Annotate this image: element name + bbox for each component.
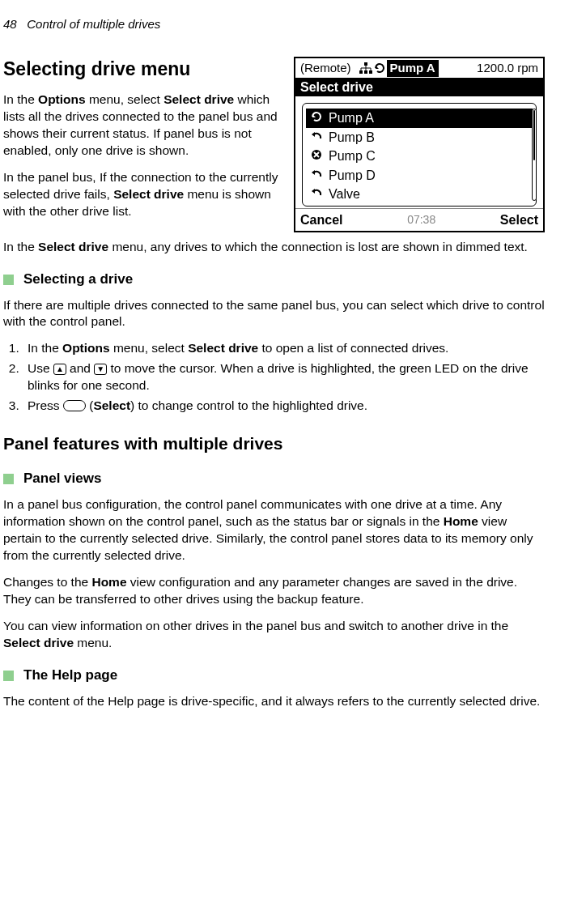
softkey-right[interactable]: Select [500, 211, 538, 229]
bullet-square-icon [3, 671, 14, 681]
undo-icon [309, 185, 324, 203]
subheading-row: The Help page [3, 666, 545, 685]
list-item-label: Pump D [329, 167, 376, 185]
down-key-icon: ▼ [94, 364, 107, 375]
text: In the [3, 92, 38, 106]
text: menu. [74, 636, 112, 649]
drive-list-group: Pump A Pump B Pump C [302, 103, 537, 207]
text: Select drive [38, 240, 108, 253]
list-item[interactable]: Pump B [306, 128, 533, 147]
text: and [66, 361, 94, 375]
list-item[interactable]: Pump C [306, 147, 533, 166]
paragraph: In the Select drive menu, any drives to … [3, 239, 545, 256]
text: Select drive [163, 92, 234, 106]
list-item-label: Pump A [329, 109, 374, 127]
text: Select drive [113, 187, 184, 201]
bullet-square-icon [3, 474, 14, 484]
page-header: 48 Control of multiple drives [3, 16, 545, 32]
subheading-row: Panel views [3, 470, 545, 488]
bullet-square-icon [3, 275, 14, 285]
text: Changes to the [3, 575, 91, 589]
text: In a panel bus configuration, the contro… [3, 497, 502, 528]
undo-icon [309, 129, 324, 147]
remote-indicator: (Remote) [300, 60, 351, 76]
list-item: Press (Select) to change control to the … [23, 398, 545, 415]
text: menu, any drives to which the connection… [108, 240, 528, 253]
list-item[interactable]: Pump D [306, 166, 533, 185]
softkey-icon [63, 400, 86, 411]
status-icons [359, 62, 385, 74]
rpm-value: 1200.0 rpm [477, 60, 538, 76]
softkey-left[interactable]: Cancel [300, 211, 342, 229]
paragraph: If there are multiple drives connected t… [3, 297, 545, 331]
text: Select drive [3, 636, 74, 649]
screen-title: Select drive [295, 78, 543, 97]
text: to open a list of connected drives. [258, 341, 448, 355]
heading-panel-features: Panel features with multiple drives [3, 432, 545, 455]
text: menu, select [110, 341, 189, 355]
svg-rect-1 [359, 70, 363, 74]
rotate-icon [374, 62, 385, 74]
heading-help-page: The Help page [23, 666, 117, 685]
softkey-bar: Cancel 07:38 Select [295, 208, 543, 231]
svg-rect-0 [364, 62, 367, 66]
list-item-label: Valve [329, 185, 360, 203]
text: Select [93, 398, 130, 412]
text: You can view information on other drives… [3, 619, 508, 632]
up-key-icon: ▲ [53, 364, 66, 375]
status-bar: (Remote) Pump A 1200.0 rpm [295, 58, 543, 77]
text: Home [444, 514, 478, 528]
active-drive-badge: Pump A [387, 60, 439, 76]
svg-rect-3 [369, 70, 372, 74]
text: Press [28, 398, 63, 412]
rotate-icon [309, 109, 324, 127]
panel-screenshot: (Remote) Pump A 1200.0 rpm Select drive … [294, 57, 545, 232]
paragraph: Changes to the Home view configuration a… [3, 574, 545, 608]
heading-panel-views: Panel views [23, 470, 101, 488]
text: ) to change control to the highlighted d… [130, 398, 367, 412]
text: In the [28, 341, 62, 355]
paragraph: In a panel bus configuration, the contro… [3, 496, 545, 564]
text: Options [62, 341, 110, 355]
drive-list-body: Pump A Pump B Pump C [295, 96, 543, 207]
paragraph: You can view information on other drives… [3, 618, 545, 652]
page-number: 48 [3, 17, 17, 31]
text: Select drive [188, 341, 258, 355]
text: Options [38, 92, 86, 106]
list-item[interactable]: Pump A [306, 109, 533, 128]
paragraph: The content of the Help page is drive-sp… [3, 693, 545, 710]
undo-icon [309, 167, 324, 185]
text: Home [91, 575, 126, 589]
list-item: In the Options menu, select Select drive… [23, 340, 545, 357]
heading-selecting-a-drive: Selecting a drive [23, 270, 133, 289]
steps-list: In the Options menu, select Select drive… [3, 340, 545, 415]
text: menu, select [86, 92, 164, 106]
list-item-label: Pump B [329, 129, 375, 147]
text: ( [86, 398, 93, 412]
chapter-title: Control of multiple drives [27, 17, 160, 31]
scrollbar[interactable] [532, 109, 537, 201]
list-item[interactable]: Valve [306, 185, 533, 204]
text: In the [3, 240, 38, 253]
list-item: Use ▲ and ▼ to move the cursor. When a d… [23, 360, 545, 394]
text: Use [28, 361, 53, 375]
clock: 07:38 [407, 212, 435, 228]
network-icon [359, 62, 372, 74]
svg-rect-2 [364, 70, 367, 74]
stop-icon [309, 147, 324, 165]
subheading-row: Selecting a drive [3, 270, 545, 289]
list-item-label: Pump C [329, 147, 376, 165]
